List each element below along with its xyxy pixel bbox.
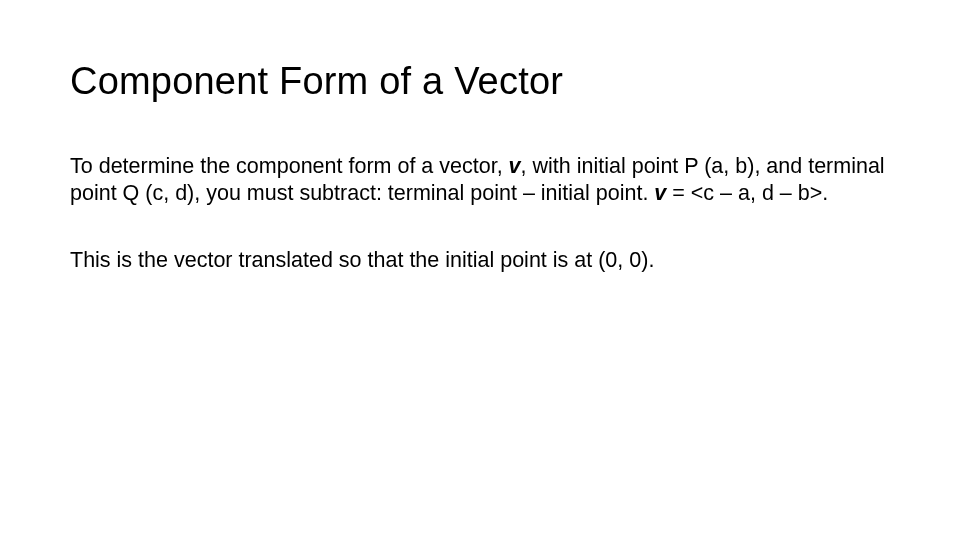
paragraph-1: To determine the component form of a vec… <box>70 153 890 207</box>
vector-symbol-2: v <box>654 181 666 205</box>
paragraph-2: This is the vector translated so that th… <box>70 247 890 274</box>
p1-text-a: To determine the component form of a vec… <box>70 154 509 178</box>
p1-text-c: = <c – a, d – b>. <box>666 181 828 205</box>
vector-symbol-1: v <box>509 154 521 178</box>
page-title: Component Form of a Vector <box>70 60 890 103</box>
